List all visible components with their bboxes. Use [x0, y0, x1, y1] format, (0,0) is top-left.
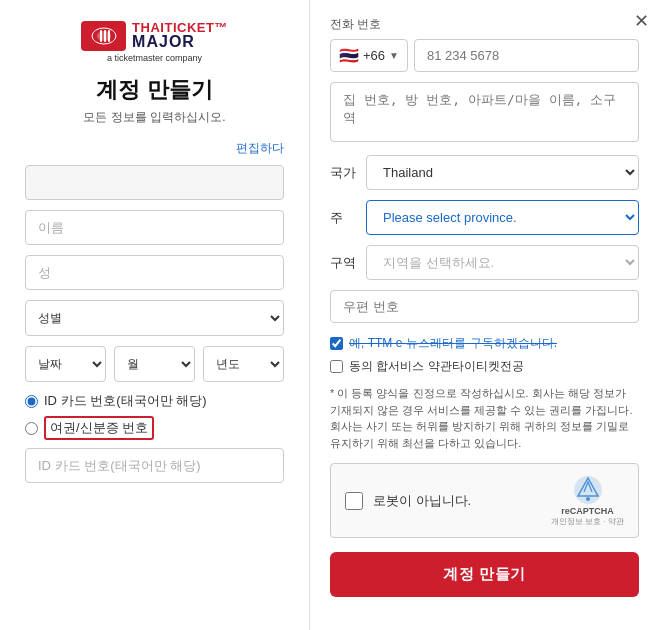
page-subtitle: 모든 정보를 입력하십시오. [25, 109, 284, 126]
district-row: 구역 지역을 선택하세요. [330, 245, 639, 280]
id-card-radio[interactable] [25, 395, 38, 408]
newsletter-label: 예, TTM e-뉴스레터를 구독하겠습니다. [349, 335, 557, 352]
captcha-branding: reCAPTCHA [561, 506, 614, 516]
email-input[interactable] [25, 165, 284, 200]
modal: ✕ THAITICKET™ MAJOR [0, 0, 659, 630]
passport-radio[interactable] [25, 422, 38, 435]
country-code: +66 [363, 48, 385, 63]
newsletter-checkbox[interactable] [330, 337, 343, 350]
passport-option[interactable]: 여권/신분증 번호 [25, 416, 284, 440]
dob-month-select[interactable]: 월 [114, 346, 195, 382]
terms-label: 동의 합서비스 약관타이티켓전공 [349, 358, 524, 375]
thai-flag-icon: 🇹🇭 [339, 46, 359, 65]
address-textarea[interactable] [330, 82, 639, 142]
logo-box: THAITICKET™ MAJOR [81, 20, 228, 51]
logo-area: THAITICKET™ MAJOR a ticketmaster company [25, 20, 284, 63]
recaptcha-right: reCAPTCHA 개인정보 보호 · 약관 [551, 474, 624, 527]
gender-select[interactable]: 성별 [25, 300, 284, 336]
id-type-group: ID 카드 번호(태국어만 해당) 여권/신분증 번호 [25, 392, 284, 440]
last-name-field [25, 255, 284, 290]
svg-rect-3 [104, 30, 106, 42]
captcha-links: 개인정보 보호 · 약관 [551, 516, 624, 527]
newsletter-row: 예, TTM e-뉴스레터를 구독하겠습니다. [330, 335, 639, 352]
recaptcha-icon [572, 474, 604, 506]
first-name-input[interactable] [25, 210, 284, 245]
svg-point-5 [586, 497, 590, 501]
right-panel: 전화 번호 🇹🇭 +66 ▼ 국가 Thailand 주 Please sele… [310, 0, 659, 630]
logo-text: THAITICKET™ MAJOR [132, 20, 228, 51]
district-select[interactable]: 지역을 선택하세요. [366, 245, 639, 280]
id-card-option[interactable]: ID 카드 번호(태국어만 해당) [25, 392, 284, 410]
recaptcha-checkbox[interactable] [345, 492, 363, 510]
province-label: 주 [330, 209, 366, 227]
terms-checkbox[interactable] [330, 360, 343, 373]
phone-section-label: 전화 번호 [330, 16, 639, 33]
district-label: 구역 [330, 254, 366, 272]
disclaimer-text: * 이 등록 양식을 진정으로 작성하십시오. 회사는 해당 정보가 기재되지 … [330, 385, 639, 451]
close-button[interactable]: ✕ [634, 10, 649, 32]
svg-rect-2 [100, 30, 102, 42]
province-select[interactable]: Please select province. [366, 200, 639, 235]
dob-day-select[interactable]: 날짜 [25, 346, 106, 382]
logo-icon [81, 21, 126, 51]
province-row: 주 Please select province. [330, 200, 639, 235]
dob-row: 날짜 월 년도 [25, 346, 284, 382]
gender-field: 성별 [25, 300, 284, 336]
passport-label: 여권/신분증 번호 [44, 416, 154, 440]
dob-year-select[interactable]: 년도 [203, 346, 284, 382]
last-name-input[interactable] [25, 255, 284, 290]
phone-row: 🇹🇭 +66 ▼ [330, 39, 639, 72]
edit-link[interactable]: 편집하다 [236, 141, 284, 155]
phone-input[interactable] [414, 39, 639, 72]
id-number-input[interactable] [25, 448, 284, 483]
recaptcha-box[interactable]: 로봇이 아닙니다. reCAPTCHA 개인정보 보호 · 약관 [330, 463, 639, 538]
terms-row: 동의 합서비스 약관타이티켓전공 [330, 358, 639, 375]
postal-input[interactable] [330, 290, 639, 323]
logo-tagline: a ticketmaster company [107, 53, 202, 63]
country-select[interactable]: Thailand [366, 155, 639, 190]
submit-button[interactable]: 계정 만들기 [330, 552, 639, 597]
country-row: 국가 Thailand [330, 155, 639, 190]
country-code-chevron: ▼ [389, 50, 399, 61]
svg-rect-4 [108, 30, 110, 42]
edit-link-area: 편집하다 [25, 140, 284, 157]
page-title: 계정 만들기 [25, 75, 284, 105]
first-name-field [25, 210, 284, 245]
id-input-field [25, 448, 284, 483]
phone-country-selector[interactable]: 🇹🇭 +66 ▼ [330, 39, 408, 72]
left-panel: THAITICKET™ MAJOR a ticketmaster company… [0, 0, 310, 630]
recaptcha-left: 로봇이 아닙니다. [345, 492, 471, 510]
country-label: 국가 [330, 164, 366, 182]
email-field-area [25, 165, 284, 200]
id-card-label: ID 카드 번호(태국어만 해당) [44, 392, 207, 410]
logo-major: MAJOR [132, 33, 228, 51]
captcha-label: 로봇이 아닙니다. [373, 492, 471, 510]
